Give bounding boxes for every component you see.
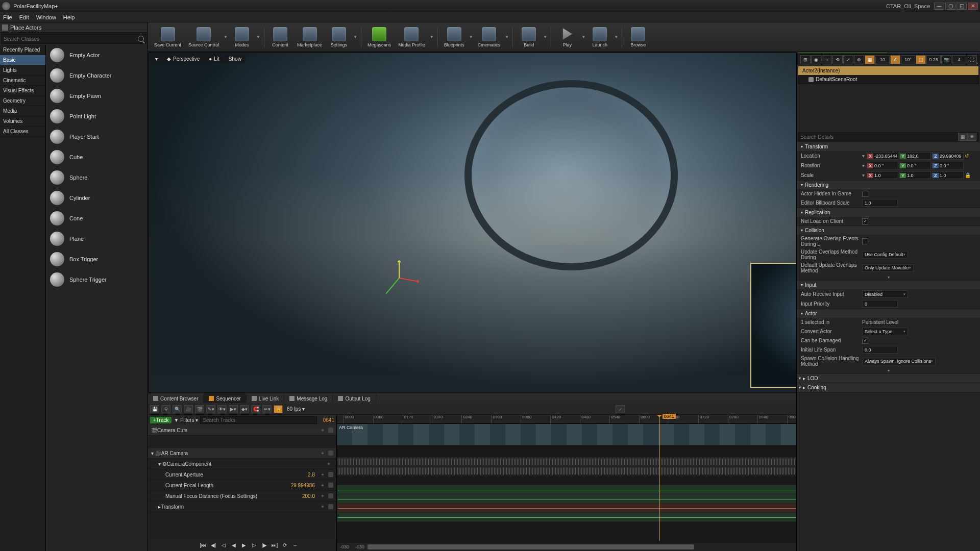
billboard-scale[interactable]: 1.0 xyxy=(862,199,898,207)
spawn-collision-select[interactable]: Always Spawn, Ignore Collisions xyxy=(862,358,936,365)
scale-y[interactable] xyxy=(906,173,930,178)
section-button[interactable] xyxy=(328,428,333,433)
toolbar-play-dropdown[interactable]: ▼ xyxy=(581,24,586,51)
viewport-show[interactable]: Show xyxy=(225,55,246,63)
details-toggle-2[interactable]: 👁 xyxy=(967,133,976,141)
track-filters[interactable]: ▼ Filters ▾ xyxy=(174,417,198,423)
close-button[interactable]: ✕ xyxy=(968,3,978,10)
actor-expand[interactable]: ▾ xyxy=(797,368,980,373)
category-visual-effects[interactable]: Visual Effects xyxy=(0,86,45,96)
vp-snap-angle-value[interactable]: 10° xyxy=(901,55,915,64)
toolbar-source-control[interactable]: Source Control xyxy=(185,24,222,51)
track-aperture[interactable]: Current Aperture 2.8 ＋ xyxy=(148,469,336,480)
section-rendering[interactable]: Rendering xyxy=(797,181,980,189)
menu-help[interactable]: Help xyxy=(63,14,75,20)
tab-live-link[interactable]: Live Link xyxy=(247,394,284,403)
viewport-perspective[interactable]: ◆ Perspective xyxy=(163,55,204,63)
category-all-classes[interactable]: All Classes xyxy=(0,127,45,137)
vp-snap-grid[interactable]: ▦ xyxy=(865,55,875,64)
actor-cone[interactable]: Cone xyxy=(46,208,148,229)
tab-message-log[interactable]: Message Log xyxy=(284,394,333,403)
category-cinematic[interactable]: Cinematic xyxy=(0,76,45,86)
transport-step-back[interactable]: ◁ xyxy=(219,541,228,548)
vp-tool-translate[interactable]: ↔ xyxy=(822,55,832,64)
search-tracks-input[interactable] xyxy=(200,416,317,424)
scale-z[interactable] xyxy=(939,173,963,178)
track-ar-camera[interactable]: ▾ 🎥 AR Camera ＋ xyxy=(148,448,336,459)
menu-file[interactable]: File xyxy=(3,14,12,20)
category-volumes[interactable]: Volumes xyxy=(0,116,45,127)
rotation-x[interactable] xyxy=(873,163,898,168)
section-input[interactable]: Input xyxy=(797,281,980,289)
toolbar-source-control-dropdown[interactable]: ▼ xyxy=(223,24,228,51)
minimize-button[interactable]: — xyxy=(934,3,944,10)
net-load-checkbox[interactable]: ✓ xyxy=(862,218,868,224)
lock-scale-icon[interactable]: 🔒 xyxy=(965,172,971,178)
track-camera-cuts[interactable]: 🎬 Camera Cuts ＋ xyxy=(148,425,336,436)
vp-snap-scale[interactable]: ⬚ xyxy=(916,55,926,64)
search-classes-row[interactable] xyxy=(1,34,146,44)
toolbar-media-profile-dropdown[interactable]: ▼ xyxy=(429,24,434,51)
viewport-lit[interactable]: ● Lit xyxy=(205,55,224,63)
seq-curve-editor[interactable]: ⟋ xyxy=(616,405,625,413)
seq-snap[interactable]: 🧲 xyxy=(251,405,260,413)
section-actor[interactable]: Actor xyxy=(797,309,980,318)
track-transform[interactable]: ▸ Transform ＋ xyxy=(148,502,336,512)
section-lod[interactable]: ▸ LOD xyxy=(797,374,980,383)
section-collision[interactable]: Collision xyxy=(797,226,980,235)
actor-empty-character[interactable]: Empty Character xyxy=(46,65,148,86)
section-transform[interactable]: Transform xyxy=(797,142,980,151)
actor-sphere-trigger[interactable]: Sphere Trigger xyxy=(46,269,148,290)
component-default-root[interactable]: DefaultSceneRoot xyxy=(798,75,978,84)
search-classes-input[interactable] xyxy=(4,36,138,42)
scale-x[interactable] xyxy=(873,173,898,178)
transport-reverse[interactable]: ◀ xyxy=(230,541,238,548)
track-camera-component[interactable]: ▾ ⚙ CameraComponent ＋ xyxy=(148,459,336,469)
transport-step-fwd[interactable]: ▷ xyxy=(250,541,258,548)
gizmo-z-axis[interactable] xyxy=(399,260,400,278)
actor-point-light[interactable]: Point Light xyxy=(46,106,148,127)
actor-empty-pawn[interactable]: Empty Pawn xyxy=(46,86,148,106)
track-focal-length[interactable]: Current Focal Length 29.994986 ＋ xyxy=(148,480,336,491)
restore-button[interactable]: ▢ xyxy=(945,3,955,10)
transport-end[interactable]: ⏭] xyxy=(271,541,279,548)
category-recently-placed[interactable]: Recently Placed xyxy=(0,45,45,55)
vp-tool-scale[interactable]: ⤢ xyxy=(843,55,853,64)
toolbar-play[interactable]: Play xyxy=(554,24,580,51)
convert-actor-select[interactable]: Select a Type xyxy=(862,328,908,335)
vp-maximize[interactable]: ⛶ xyxy=(967,55,977,64)
actor-cube[interactable]: Cube xyxy=(46,147,148,167)
location-z[interactable] xyxy=(939,154,963,159)
toolbar-settings[interactable]: Settings xyxy=(326,24,352,51)
toolbar-marketplace[interactable]: Marketplace xyxy=(294,24,325,51)
seq-edit[interactable]: ✏▾ xyxy=(262,405,272,413)
search-details-input[interactable] xyxy=(800,134,956,140)
actor-player-start[interactable]: Player Start xyxy=(46,127,148,147)
seq-clapper[interactable]: 🎬 xyxy=(195,405,204,413)
toolbar-megascans[interactable]: Megascans xyxy=(364,24,394,51)
section-cooking[interactable]: ▸ Cooking xyxy=(797,383,980,392)
tab-output-log[interactable]: Output Log xyxy=(333,394,376,403)
toolbar-cinematics[interactable]: Cinematics xyxy=(475,24,504,51)
actor-box-trigger[interactable]: Box Trigger xyxy=(46,249,148,269)
toolbar-blueprints[interactable]: Blueprints xyxy=(441,24,468,51)
add-key-icon[interactable]: ＋ xyxy=(320,427,325,434)
seq-render[interactable]: 🔍 xyxy=(173,405,182,413)
track-focus-distance[interactable]: Manual Focus Distance (Focus Settings) 2… xyxy=(148,491,336,502)
update-overlaps-select[interactable]: Use Config Default xyxy=(862,251,908,259)
menu-edit[interactable]: Edit xyxy=(19,14,29,20)
toolbar-launch[interactable]: Launch xyxy=(587,24,612,51)
rotation-z[interactable] xyxy=(939,163,963,168)
can-be-damaged-checkbox[interactable]: ✓ xyxy=(862,338,868,344)
transport-prev-key[interactable]: ◀| xyxy=(209,541,217,548)
tab-content-browser[interactable]: Content Browser xyxy=(148,394,204,403)
default-update-select[interactable]: Only Update Movable xyxy=(862,264,914,272)
location-x[interactable] xyxy=(873,154,898,159)
seq-playback[interactable]: 👁▾ xyxy=(217,405,227,413)
maximize-button[interactable]: ◱ xyxy=(957,3,967,10)
vp-tool-rotate[interactable]: ⟲ xyxy=(832,55,843,64)
menu-window[interactable]: Window xyxy=(36,14,56,20)
toolbar-save-current[interactable]: Save Current xyxy=(151,24,184,51)
auto-receive-select[interactable]: Disabled xyxy=(862,290,908,298)
tab-sequencer[interactable]: Sequencer xyxy=(204,394,246,403)
